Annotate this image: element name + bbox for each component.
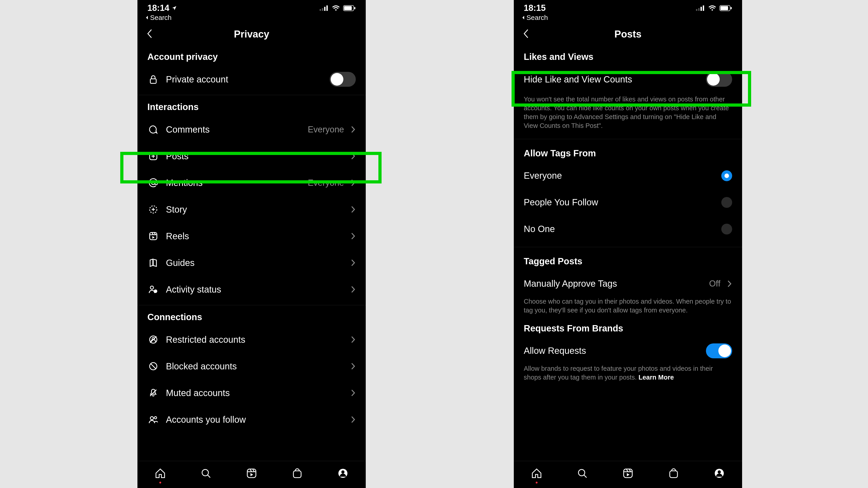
chevron-right-icon (351, 152, 356, 160)
row-manually-approve-tags[interactable]: Manually Approve Tags Off (514, 270, 742, 297)
story-icon (148, 204, 158, 215)
navbar: Posts (514, 23, 742, 45)
row-tags-everyone[interactable]: Everyone (514, 162, 742, 189)
breadcrumb-label: Search (150, 14, 172, 22)
tab-bar (514, 461, 742, 488)
breadcrumb-label: Search (526, 14, 548, 22)
row-mentions[interactable]: Mentions Everyone (137, 169, 366, 196)
svg-line-39 (584, 475, 587, 478)
svg-rect-12 (150, 232, 157, 240)
chevron-right-icon (351, 362, 356, 370)
private-account-toggle[interactable] (330, 72, 356, 87)
comments-value: Everyone (308, 125, 344, 134)
wifi-icon (332, 5, 340, 11)
chevron-left-icon (146, 29, 153, 39)
row-guides[interactable]: Guides (137, 250, 366, 276)
tab-shop[interactable] (668, 467, 680, 480)
breadcrumb[interactable]: Search (137, 14, 366, 23)
section-header-interactions: Interactions (137, 95, 366, 116)
blocked-label: Blocked accounts (166, 361, 344, 371)
svg-rect-32 (701, 7, 702, 11)
section-header-connections: Connections (137, 305, 366, 326)
svg-rect-7 (354, 7, 355, 9)
tags-everyone-radio[interactable] (721, 170, 732, 181)
svg-point-4 (335, 9, 337, 11)
svg-rect-0 (320, 9, 321, 11)
svg-point-38 (579, 469, 585, 476)
tab-reels[interactable] (622, 467, 634, 480)
row-tags-no-one[interactable]: No One (514, 216, 742, 242)
learn-more-link[interactable]: Learn More (639, 374, 674, 381)
location-arrow-icon (172, 5, 177, 11)
row-tags-people-you-follow[interactable]: People You Follow (514, 189, 742, 216)
tab-profile[interactable] (337, 467, 349, 480)
notification-dot (536, 482, 537, 484)
brand-requests-help-text: Allow brands to request to feature your … (524, 365, 713, 381)
row-muted[interactable]: Muted accounts (137, 380, 366, 406)
status-bar: 18:15 (514, 0, 742, 14)
comments-label: Comments (166, 125, 301, 135)
svg-point-43 (718, 470, 721, 474)
shop-icon (668, 467, 680, 480)
row-blocked[interactable]: Blocked accounts (137, 353, 366, 380)
phone-left-privacy: 18:14 Search Privacy Account privacy Pri… (137, 0, 366, 488)
back-button[interactable] (144, 27, 155, 41)
svg-point-22 (150, 417, 153, 420)
content-area: Account privacy Private account Interact… (137, 45, 366, 461)
chevron-right-icon (351, 179, 356, 187)
tab-search[interactable] (576, 467, 588, 480)
svg-rect-6 (344, 6, 352, 10)
private-account-label: Private account (166, 74, 323, 85)
page-title: Privacy (234, 29, 270, 40)
tab-search[interactable] (200, 467, 212, 480)
section-header-likes-views: Likes and Views (514, 45, 742, 66)
row-allow-requests[interactable]: Allow Requests (514, 337, 742, 364)
row-hide-like-view-counts[interactable]: Hide Like and View Counts (514, 66, 742, 93)
activity-label: Activity status (166, 285, 344, 295)
row-story[interactable]: Story (137, 196, 366, 223)
at-sign-icon (148, 178, 158, 188)
restricted-icon (148, 335, 158, 345)
svg-point-29 (341, 470, 344, 474)
row-posts[interactable]: Posts (137, 143, 366, 169)
tab-home[interactable] (530, 467, 543, 480)
row-restricted[interactable]: Restricted accounts (137, 326, 366, 353)
clock: 18:15 (524, 3, 546, 13)
tab-reels[interactable] (246, 467, 258, 480)
svg-rect-3 (327, 5, 328, 11)
mentions-value: Everyone (308, 178, 344, 188)
back-button[interactable] (521, 27, 531, 41)
svg-point-34 (712, 9, 713, 11)
breadcrumb[interactable]: Search (514, 14, 742, 23)
chevron-right-icon (351, 126, 356, 133)
svg-rect-26 (247, 469, 256, 478)
row-comments[interactable]: Comments Everyone (137, 116, 366, 143)
section-header-allow-tags: Allow Tags From (514, 139, 742, 162)
tab-shop[interactable] (291, 467, 303, 480)
activity-icon (148, 285, 158, 294)
shop-icon (291, 467, 303, 480)
blocked-icon (148, 361, 158, 371)
row-reels[interactable]: Reels (137, 223, 366, 250)
svg-rect-37 (731, 7, 732, 9)
chevron-right-icon (351, 389, 356, 397)
allow-requests-toggle[interactable] (706, 344, 732, 358)
notification-dot (159, 482, 161, 484)
tags-noone-radio[interactable] (721, 224, 732, 234)
reels-tab-icon (622, 467, 634, 480)
hide-counts-toggle[interactable] (706, 72, 732, 87)
tab-profile[interactable] (713, 467, 725, 480)
row-activity-status[interactable]: Activity status (137, 276, 366, 303)
chevron-right-icon (351, 232, 356, 240)
cellular-icon (320, 5, 329, 11)
search-icon (200, 467, 212, 480)
chevron-right-icon (351, 259, 356, 267)
row-accounts-you-follow[interactable]: Accounts you follow (137, 406, 366, 433)
battery-icon (719, 5, 732, 11)
tags-people-radio[interactable] (721, 197, 732, 208)
svg-point-23 (154, 417, 157, 419)
lock-icon (148, 74, 158, 84)
chevron-right-icon (351, 416, 356, 423)
tab-home[interactable] (154, 467, 166, 480)
row-private-account[interactable]: Private account (137, 66, 366, 93)
